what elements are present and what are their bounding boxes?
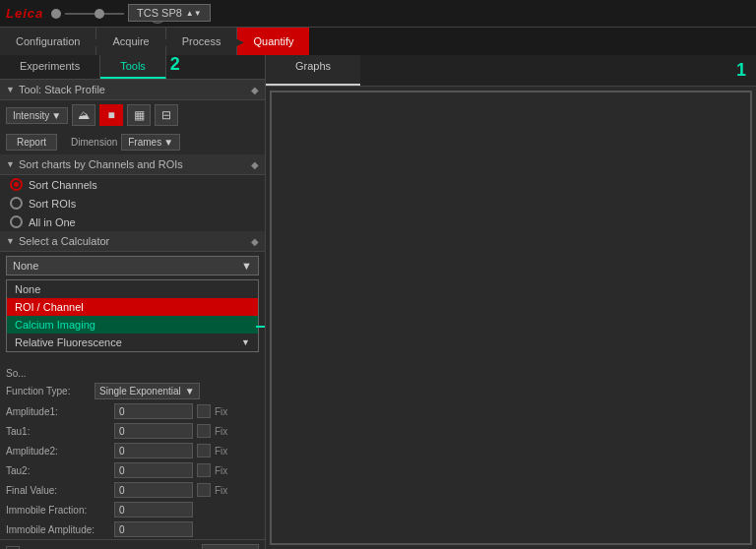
sort-label-below: So...	[0, 366, 265, 381]
calculator-dropdown-menu: None ROI / Channel Calcium Imaging 3	[6, 279, 259, 352]
slider-dot	[51, 9, 61, 19]
left-panel: Experiments Tools 2 ▼ Tool: Stack Profil…	[0, 55, 266, 549]
section-arrow-3: ▼	[6, 236, 15, 246]
bottom-row: Auto Fit Apply	[0, 539, 265, 549]
param-input-tau2[interactable]	[114, 462, 193, 478]
intensity-btn[interactable]: Intensity ▼	[6, 107, 68, 124]
radio-sort-rois[interactable]	[10, 197, 23, 210]
nav-arrow-1: ▶	[93, 33, 103, 49]
section-title-3: Select a Calculator	[19, 235, 247, 247]
sort-option-channels[interactable]: Sort Channels	[0, 175, 265, 194]
fix-checkbox-amplitude2[interactable]	[197, 444, 211, 458]
param-label-tau1: Tau1:	[6, 426, 114, 437]
sort-option-all-in-one[interactable]: All in One	[0, 213, 265, 231]
function-type-select[interactable]: Single Exponential ▼	[94, 383, 200, 399]
nav-arrow-3: ▶	[233, 33, 244, 49]
function-type-row: Function Type: Single Exponential ▼	[0, 381, 265, 401]
nav-tab-configuration[interactable]: Configuration ▶	[0, 28, 96, 55]
annotation-2-container: 2	[170, 55, 180, 79]
tab-tools[interactable]: Tools	[100, 55, 166, 79]
param-label-tau2: Tau2:	[6, 465, 114, 476]
nav-tab-process[interactable]: Process ▶	[166, 28, 238, 55]
nav-tab-quantify[interactable]: Quantify	[237, 28, 309, 55]
calculator-dropdown[interactable]: None ▼	[6, 256, 259, 275]
apply-button[interactable]: Apply	[202, 544, 259, 549]
section-sort-header: ▼ Sort charts by Channels and ROIs ◆	[0, 154, 265, 175]
calculator-wrapper: None ▼ None ROI / Channel Calcium Imagin…	[0, 252, 265, 279]
section-diamond-3: ◆	[251, 236, 259, 247]
param-row-immobile-fraction: Immobile Fraction:	[0, 500, 265, 519]
dropdown-item-calcium[interactable]: Calcium Imaging 3	[7, 316, 258, 334]
param-label-amplitude1: Amplitude1:	[6, 406, 114, 417]
line-chart-icon-btn[interactable]: ⊟	[155, 104, 178, 126]
leica-logo: Leica	[6, 6, 43, 21]
param-row-immobile-amplitude: Immobile Amplitude:	[0, 519, 265, 539]
section-title-1: Tool: Stack Profile	[19, 84, 247, 95]
section-arrow-1: ▼	[6, 85, 15, 94]
section-diamond-2: ◆	[251, 159, 259, 170]
section-title-2: Sort charts by Channels and ROIs	[19, 158, 247, 170]
nav-tab-acquire[interactable]: Acquire ▶	[96, 28, 165, 55]
section-stack-profile-header: ▼ Tool: Stack Profile ◆	[0, 80, 265, 100]
tool-row-2: Report Dimension Frames ▼	[0, 130, 265, 154]
radio-all-in-one[interactable]	[10, 215, 23, 228]
section-calculator-header: ▼ Select a Calculator ◆	[0, 231, 265, 252]
right-panel: Graphs 1	[266, 55, 756, 549]
report-btn[interactable]: Report	[6, 134, 57, 151]
fix-checkbox-tau2[interactable]	[197, 463, 211, 477]
red-icon-btn[interactable]: ■	[99, 104, 123, 126]
mountain-icon-btn[interactable]: ⛰	[72, 104, 95, 126]
dropdown-item-roi-channel[interactable]: ROI / Channel	[7, 298, 258, 316]
slider-area[interactable]	[51, 9, 138, 19]
radio-sort-channels[interactable]	[10, 178, 23, 191]
frames-btn[interactable]: Frames ▼	[121, 134, 180, 151]
section-arrow-2: ▼	[6, 159, 15, 169]
param-row-tau2: Tau2: Fix	[0, 460, 265, 480]
param-input-amplitude1[interactable]	[114, 403, 193, 419]
fix-checkbox-amplitude1[interactable]	[197, 404, 211, 418]
panel-tabs: Experiments Tools 2	[0, 55, 265, 80]
tcs-dropdown[interactable]: TCS SP8 ▲▼	[128, 4, 211, 22]
param-input-tau1[interactable]	[114, 423, 193, 439]
param-label-amplitude2: Amplitude2:	[6, 446, 114, 457]
param-row-final-value: Final Value: Fix	[0, 480, 265, 500]
param-row-tau1: Tau1: Fix	[0, 421, 265, 441]
fix-label-tau2: Fix	[215, 465, 227, 476]
slider-track[interactable]	[65, 13, 124, 15]
right-tabs: Graphs 1	[266, 55, 756, 87]
top-bar: Leica	[0, 0, 756, 28]
right-panel-number-container: 1	[726, 55, 756, 86]
function-type-label: Function Type:	[6, 386, 94, 396]
param-row-amplitude2: Amplitude2: Fix	[0, 441, 265, 460]
bar-chart-icon-btn[interactable]: ▦	[127, 104, 151, 126]
fix-checkbox-tau1[interactable]	[197, 424, 211, 438]
right-panel-number: 1	[726, 55, 756, 86]
main-layout: Experiments Tools 2 ▼ Tool: Stack Profil…	[0, 55, 756, 549]
fix-label-amplitude2: Fix	[215, 446, 227, 457]
param-label-immobile-amplitude: Immobile Amplitude:	[6, 524, 114, 535]
dropdown-item-none[interactable]: None	[7, 280, 258, 298]
param-row-amplitude1: Amplitude1: Fix	[0, 401, 265, 421]
tab-graphs[interactable]: Graphs	[266, 55, 360, 86]
fix-checkbox-final-value[interactable]	[197, 483, 211, 497]
dropdown-item-relative-fluorescence[interactable]: Relative Fluorescence ▼	[7, 334, 258, 351]
dimension-label: Dimension	[71, 137, 117, 148]
fix-label-amplitude1: Fix	[215, 406, 227, 417]
tab-experiments[interactable]: Experiments	[0, 55, 100, 79]
param-label-final-value: Final Value:	[6, 485, 114, 496]
nav-arrow-2: ▶	[162, 33, 173, 49]
tool-row-1: Intensity ▼ ⛰ ■ ▦ ⊟	[0, 100, 265, 130]
sort-option-rois[interactable]: Sort ROIs	[0, 194, 265, 213]
section-diamond-1: ◆	[251, 85, 259, 95]
fix-label-tau1: Fix	[215, 426, 227, 437]
param-input-immobile-fraction[interactable]	[114, 502, 193, 518]
annotation-num-2: 2	[170, 55, 180, 74]
param-label-immobile-fraction: Immobile Fraction:	[6, 505, 114, 516]
nav-tabs: Configuration ▶ Acquire ▶ Process ▶ Quan…	[0, 28, 756, 55]
graph-area	[270, 91, 752, 545]
fix-label-final-value: Fix	[215, 485, 227, 496]
param-input-final-value[interactable]	[114, 482, 193, 498]
param-input-immobile-amplitude[interactable]	[114, 521, 193, 537]
param-input-amplitude2[interactable]	[114, 443, 193, 458]
